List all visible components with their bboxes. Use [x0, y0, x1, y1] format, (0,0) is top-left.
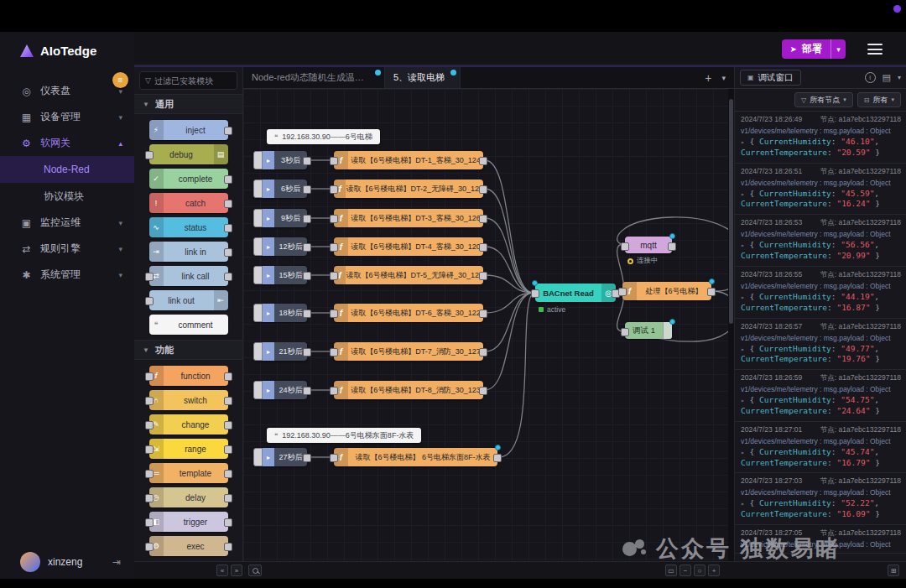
open-debug-window-button[interactable]: ⊞ — [888, 565, 899, 576]
inject-node-21s[interactable]: ▸21秒后 — [253, 342, 307, 361]
flow-list-caret[interactable]: ▾ — [721, 74, 726, 82]
debug-toggle-button[interactable] — [663, 322, 672, 339]
logout-icon[interactable]: ⇥ — [112, 556, 121, 568]
expand-caret[interactable]: ▸ — [741, 242, 745, 249]
palette-node-comment[interactable]: ❝comment — [149, 315, 228, 335]
palette-node-template[interactable]: ≔template — [149, 463, 228, 483]
inject-node-6s[interactable]: ▸6秒后 — [253, 180, 307, 198]
expand-caret[interactable]: ▸ — [741, 294, 745, 301]
tab-flow-1[interactable]: Node-red动态随机生成温湿度 — [243, 67, 385, 88]
mqtt-node[interactable]: mqtt — [625, 237, 672, 253]
flow-canvas[interactable]: ❝ 192.168.30.90——6号电梯 ❝ 192.168.30.90——6… — [243, 89, 734, 563]
function-node-read-dt4[interactable]: f读取【6号楼电梯】DT-4_客梯_30_120 — [334, 237, 483, 256]
palette-category-common[interactable]: ▼ 通用 — [134, 94, 242, 114]
sidebar-item-protocol-module[interactable]: 协议模块 — [0, 183, 134, 210]
deploy-options-caret[interactable]: ▾ — [830, 39, 846, 59]
palette-node-switch[interactable]: ⑃switch — [149, 390, 228, 410]
debug-message[interactable]: 2024/7/23 18:26:59节点: a1a7ebc132297118 v… — [735, 370, 906, 422]
function-node-read-dt5[interactable]: f读取【6号楼电梯】DT-5_无障碍_30_121 — [334, 266, 483, 284]
comment-node-top[interactable]: ❝ 192.168.30.90——6号电梯 — [267, 129, 380, 144]
avatar[interactable] — [20, 552, 40, 572]
zoom-in-button[interactable]: + — [708, 565, 720, 576]
inject-node-12s[interactable]: ▸12秒后 — [253, 237, 307, 256]
debug-tab[interactable]: ▣ 调试窗口 — [740, 70, 801, 86]
expand-caret[interactable]: ▸ — [741, 500, 745, 507]
palette-search[interactable]: ▽ — [139, 71, 237, 90]
function-node-read-dt3[interactable]: f读取【6号楼电梯】DT-3_客梯_30_126 — [334, 209, 483, 227]
inject-node-27s[interactable]: ▸27秒后 — [253, 448, 307, 466]
palette-collapse-left-button[interactable]: « — [216, 565, 228, 576]
minimap-toggle-button[interactable]: ▭ — [665, 565, 677, 576]
scrollbar-thumb[interactable] — [729, 99, 733, 324]
palette-collapse-right-button[interactable]: » — [231, 565, 242, 576]
inject-node-24s[interactable]: ▸24秒后 — [253, 381, 307, 399]
function-node-read-dt2[interactable]: f读取【6号楼电梯】DT-2_无障碍_30_125 — [334, 180, 483, 198]
floating-widget-badge[interactable]: ≡ — [112, 72, 128, 88]
inject-node-9s[interactable]: ▸9秒后 — [253, 209, 307, 227]
inject-node-3s[interactable]: ▸3秒后 — [253, 151, 307, 169]
palette-node-change[interactable]: ✎change — [149, 414, 228, 434]
palette-node-status[interactable]: ∿status — [149, 217, 228, 237]
inject-button[interactable] — [253, 266, 263, 284]
palette-category-function[interactable]: ▼ 功能 — [134, 340, 242, 360]
inject-button[interactable] — [253, 151, 263, 169]
clear-messages-button[interactable]: ⊟ 所有 ▾ — [857, 92, 901, 107]
palette-node-link-in[interactable]: ⇥link in — [149, 242, 228, 262]
sidebar-item-gateway[interactable]: ⚙ 软网关 ▴ — [0, 130, 134, 156]
palette-node-complete[interactable]: ✓complete — [149, 169, 228, 189]
expand-caret[interactable]: ▸ — [741, 397, 745, 404]
function-node-read-dt6[interactable]: f读取【6号楼电梯】DT-6_客梯_30_122 — [334, 304, 483, 322]
function-node-read-dt1[interactable]: f读取【6号楼电梯】DT-1_客梯_30_124 — [334, 151, 483, 169]
inject-button[interactable] — [253, 304, 263, 322]
comment-node-bottom[interactable]: ❝ 192.168.30.90——6号电梯东面8F-水表 — [267, 428, 421, 443]
sidebar-item-rule-engine[interactable]: ⇄ 规则引擎 ▾ — [0, 236, 134, 262]
inject-button[interactable] — [253, 209, 263, 227]
inject-button[interactable] — [253, 342, 263, 361]
debug-message-list[interactable]: 2024/7/23 18:26:49节点: a1a7ebc132297118 v… — [735, 112, 906, 563]
palette-search-input[interactable] — [154, 76, 230, 86]
palette-node-inject[interactable]: ⚡inject — [149, 120, 228, 140]
inject-node-18s[interactable]: ▸18秒后 — [253, 304, 307, 322]
debug-message[interactable]: 2024/7/23 18:26:53节点: a1a7ebc132297118 v… — [735, 215, 906, 267]
debug-message[interactable]: 2024/7/23 18:26:55节点: a1a7ebc132297118 v… — [735, 267, 906, 319]
palette-node-catch[interactable]: !catch — [149, 193, 228, 213]
function-node-process[interactable]: f 处理【6号电梯】 — [622, 282, 711, 300]
main-menu-icon[interactable] — [867, 44, 883, 55]
sidebar-item-node-red[interactable]: Node-Red — [0, 156, 134, 183]
tab-flow-2-active[interactable]: 5、读取电梯 — [385, 67, 461, 88]
expand-caret[interactable]: ▸ — [741, 346, 745, 353]
function-node-read-watermeter[interactable]: f读取【6号楼电梯】 6号电梯东面8F-水表 — [334, 448, 497, 466]
inject-button[interactable] — [253, 237, 263, 256]
docs-icon[interactable]: ▤ — [883, 72, 891, 83]
debug-message[interactable]: 2024/7/23 18:27:03节点: a1a7ebc132297118 v… — [735, 473, 906, 525]
palette-node-exec[interactable]: ⚙exec — [149, 536, 228, 556]
sidebar-item-system[interactable]: ✱ 系统管理 ▾ — [0, 262, 134, 288]
palette-node-trigger[interactable]: ◧trigger — [149, 512, 228, 532]
function-node-read-dt7[interactable]: f读取【6号楼电梯】DT-7_消防_30_127 — [334, 342, 483, 361]
inject-button[interactable] — [253, 381, 263, 399]
palette-node-delay[interactable]: ◷delay — [149, 487, 228, 507]
zoom-out-button[interactable]: − — [680, 565, 691, 576]
inject-button[interactable] — [253, 180, 263, 198]
palette-node-range[interactable]: ⇲range — [149, 439, 228, 459]
expand-caret[interactable]: ▸ — [741, 138, 745, 146]
palette-node-link-call[interactable]: ⇄link call — [149, 266, 228, 286]
debug-message[interactable]: 2024/7/23 18:27:05节点: a1a7ebc132297118 v… — [735, 525, 906, 554]
palette-node-debug[interactable]: ▤debug — [149, 144, 228, 164]
debug-message[interactable]: 2024/7/23 18:26:57节点: a1a7ebc132297118 v… — [735, 319, 906, 371]
deploy-button[interactable]: ➤ 部署 ▾ — [782, 39, 846, 59]
canvas-vertical-scrollbar[interactable] — [728, 89, 734, 563]
expand-caret[interactable]: ▸ — [741, 190, 745, 198]
sidebar-item-monitoring[interactable]: ▣ 监控运维 ▾ — [0, 210, 134, 236]
inject-button[interactable] — [253, 448, 263, 466]
zoom-reset-button[interactable]: ○ — [694, 565, 706, 576]
debug-message[interactable]: 2024/7/23 18:26:49节点: a1a7ebc132297118 v… — [735, 112, 906, 164]
palette-node-function[interactable]: ffunction — [149, 366, 228, 386]
add-flow-button[interactable]: + — [705, 71, 711, 85]
debug-message[interactable]: 2024/7/23 18:27:01节点: a1a7ebc132297118 v… — [735, 422, 906, 474]
function-node-read-dt8[interactable]: f读取【6号楼电梯】DT-8_消防_30_123 — [334, 381, 483, 399]
sidebar-options-caret[interactable]: ▾ — [898, 74, 901, 81]
inject-node-15s[interactable]: ▸15秒后 — [253, 266, 307, 284]
debug-message[interactable]: 2024/7/23 18:26:51节点: a1a7ebc132297118 v… — [735, 164, 906, 216]
debug-node-1[interactable]: 调试 1 — [625, 322, 672, 339]
